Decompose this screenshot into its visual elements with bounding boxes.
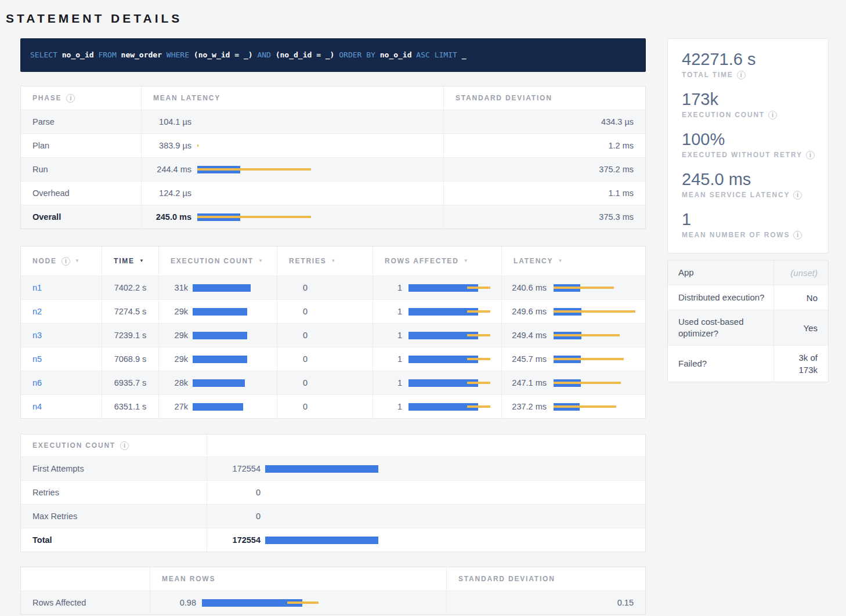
- node-row: n2 7274.5 s 29k 0 1 249.6 ms: [21, 299, 645, 323]
- node-rows-value: 1: [373, 347, 402, 371]
- node-link[interactable]: n6: [32, 378, 42, 387]
- rows-affected-column-header[interactable]: ROWS AFFECTED: [373, 247, 501, 276]
- rows-affected-bar: [408, 395, 496, 418]
- mean-latency-value: 245.0 ms: [142, 205, 191, 229]
- retries-column-header[interactable]: RETRIES: [277, 247, 373, 276]
- sort-arrow-icon: [75, 249, 79, 273]
- node-latency-value: 249.6 ms: [502, 300, 547, 323]
- sort-arrow-icon: [464, 249, 468, 273]
- node-latency-value: 240.6 ms: [502, 276, 547, 299]
- info-icon[interactable]: [768, 111, 777, 119]
- latency-bar: [554, 300, 645, 323]
- exec-row-label: Retries: [21, 481, 207, 504]
- latency-header-label: LATENCY: [514, 249, 553, 273]
- time-column-header[interactable]: TIME: [102, 247, 158, 276]
- node-link[interactable]: n3: [32, 331, 42, 340]
- rows-affected-table: MEAN ROWS STANDARD DEVIATION Rows Affect…: [20, 567, 646, 615]
- mean-rows-value: 0.98: [150, 591, 196, 614]
- latency-bar: [554, 395, 645, 418]
- phase-column-header: PHASE: [21, 86, 141, 110]
- count-bar: [265, 505, 613, 528]
- stddev-column-header: STANDARD DEVIATION: [446, 567, 645, 590]
- exec-row-label: Max Retries: [21, 505, 207, 528]
- sql-token: ASC LIMIT: [416, 50, 457, 59]
- latency-bar: [197, 158, 443, 181]
- detail-label: App: [668, 260, 773, 285]
- mean-latency-value: 244.4 ms: [142, 158, 191, 181]
- info-icon[interactable]: [66, 94, 75, 103]
- stat-value: 100%: [682, 129, 828, 150]
- rows-affected-row: Rows Affected 0.98 0.15: [21, 590, 645, 614]
- execution-count-table: EXECUTION COUNT First Attempts 172554 Re…: [20, 434, 646, 552]
- node-exec-count-value: 31k: [159, 276, 188, 299]
- exec-row-label: First Attempts: [21, 457, 207, 480]
- stat-value: 42271.6 s: [682, 49, 828, 70]
- info-icon[interactable]: [793, 191, 802, 200]
- sql-token: ORDER BY: [339, 50, 375, 59]
- mean-latency-value: 124.2 µs: [142, 182, 191, 205]
- detail-value: (unset): [773, 260, 828, 285]
- node-rows-value: 1: [373, 371, 402, 394]
- phase-label: Plan: [21, 134, 141, 157]
- node-retries-value: 0: [277, 395, 373, 418]
- info-icon[interactable]: [793, 231, 802, 240]
- statement-details-panel: App (unset) Distributed execution? No Us…: [667, 260, 829, 382]
- stat-label: EXECUTION COUNT: [682, 110, 765, 120]
- execution-count-value-header: [207, 434, 645, 456]
- node-latency-value: 247.1 ms: [502, 371, 547, 394]
- detail-value: No: [773, 285, 828, 310]
- execution-count-title-label: EXECUTION COUNT: [32, 434, 115, 457]
- sql-token: SELECT: [30, 50, 57, 59]
- node-retries-value: 0: [277, 347, 373, 371]
- stat-value: 1: [682, 209, 828, 230]
- exec-count-bar: [193, 300, 277, 323]
- sql-token: FROM: [98, 50, 116, 59]
- detail-row-distributed: Distributed execution? No: [668, 285, 828, 310]
- mean-rows-column-header: MEAN ROWS: [150, 567, 446, 590]
- execution-count-row: Max Retries 0: [21, 504, 645, 528]
- execution-count-column-header[interactable]: EXECUTION COUNT: [158, 247, 277, 276]
- node-exec-count-value: 29k: [159, 300, 188, 323]
- latency-bar: [197, 134, 443, 157]
- time-header-label: TIME: [114, 249, 135, 273]
- exec-row-value: 0: [207, 481, 261, 504]
- detail-row-optimizer: Used cost-based optimizer? Yes: [668, 310, 828, 345]
- node-row: n6 6935.7 s 28k 0 1 247.1 ms: [21, 371, 645, 394]
- node-time-value: 6351.1 s: [102, 395, 158, 418]
- node-rows-value: 1: [373, 324, 402, 347]
- detail-value: Yes: [773, 310, 828, 345]
- stat-executed-without-retry: 100% EXECUTED WITHOUT RETRY: [682, 129, 828, 160]
- exec-row-value: 172554: [207, 528, 261, 552]
- latency-column-header[interactable]: LATENCY: [501, 247, 645, 276]
- info-icon[interactable]: [737, 71, 746, 79]
- sql-statement-box: SELECT no_o_id FROM new_order WHERE (no_…: [20, 38, 646, 72]
- info-icon[interactable]: [62, 257, 70, 266]
- stat-total-time: 42271.6 s TOTAL TIME: [682, 49, 828, 80]
- latency-bar: [554, 347, 645, 371]
- rows-affected-empty-header: [21, 567, 150, 590]
- node-column-header[interactable]: NODE: [21, 247, 102, 276]
- sql-token: AND: [257, 50, 270, 59]
- sort-arrow-icon: [258, 249, 263, 273]
- stddev-header-label: STANDARD DEVIATION: [458, 567, 555, 590]
- stat-value: 173k: [682, 89, 828, 110]
- node-link[interactable]: n1: [32, 283, 42, 292]
- sort-arrow-icon: [139, 249, 144, 273]
- rows-affected-header-label: ROWS AFFECTED: [385, 249, 459, 273]
- detail-label: Failed?: [668, 352, 773, 376]
- node-exec-count-value: 29k: [159, 347, 188, 371]
- info-icon[interactable]: [120, 441, 129, 450]
- latency-bar: [197, 110, 443, 133]
- mean-rows-bar: [202, 591, 446, 614]
- node-exec-count-value: 29k: [159, 324, 188, 347]
- info-icon[interactable]: [806, 151, 815, 160]
- node-link[interactable]: n2: [32, 307, 42, 316]
- node-link[interactable]: n4: [32, 402, 42, 411]
- exec-count-bar: [193, 371, 277, 394]
- node-exec-count-value: 28k: [159, 371, 188, 394]
- node-time-value: 7068.9 s: [102, 347, 158, 371]
- exec-count-bar: [193, 395, 277, 418]
- count-bar: [265, 481, 613, 504]
- node-link[interactable]: n5: [32, 354, 42, 364]
- stddev-header-label: STANDARD DEVIATION: [455, 86, 552, 110]
